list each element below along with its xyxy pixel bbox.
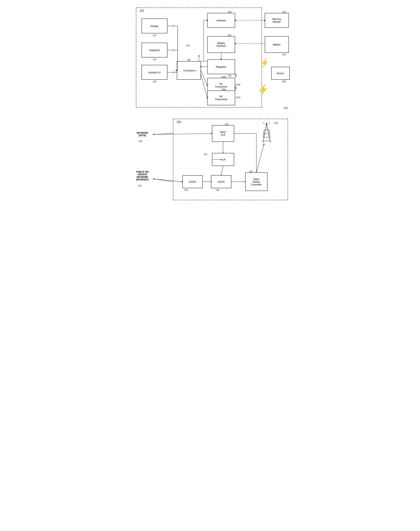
- regulator-box: Regulator: [207, 59, 235, 74]
- ggsn-ref: 128: [184, 189, 188, 191]
- auxiliary-ui-box: Auxiliary UI: [142, 65, 167, 80]
- sgsn-box: SGSN: [211, 175, 231, 188]
- display-box: Display: [142, 18, 167, 33]
- regulator-ref: 136: [228, 75, 231, 77]
- public-network-label: PUBLIC ORPRIVATENETWORK(INTERNET): [131, 171, 154, 181]
- base-station-controller-box: BaseStationController: [245, 172, 268, 191]
- rf-transceiver-b-ref-top: 108b: [221, 76, 226, 78]
- msc-vlr-box: MSC/VLR: [212, 125, 234, 142]
- auxiliary-ui-ref: 116: [153, 80, 156, 83]
- network-pstn-ref: 150: [139, 140, 142, 142]
- svg-line-56: [154, 134, 173, 134]
- lightning-bolt-device: ⚡: [259, 58, 270, 68]
- ggsn-box: GGSN: [182, 175, 203, 188]
- public-network-ref: 152: [138, 185, 142, 187]
- hlr-ref: 124: [204, 153, 207, 156]
- device-ref-label: 102: [140, 9, 144, 12]
- lightning-bolt-rf: ⚡: [256, 83, 270, 96]
- bus-ref: 144: [186, 44, 190, 47]
- top-section: 100 102 Display 112 Keyboard 114 Auxilia…: [130, 4, 290, 111]
- device-ref: 190: [282, 80, 286, 83]
- base-station-controller-ref: 120: [249, 170, 253, 173]
- msc-vlr-ref: 122: [225, 123, 229, 125]
- controller-box: Controller: [177, 61, 201, 80]
- controller-ref: 106: [187, 59, 191, 61]
- keyboard-box: Keyboard: [142, 43, 167, 58]
- battery-ref: 134: [282, 53, 286, 56]
- v-label: V: [194, 70, 196, 72]
- bottom-section: 104 NETWORK(PSTN) 150 PUBLIC ORPRIVATENE…: [130, 117, 290, 202]
- sgsn-ref: 126: [216, 189, 219, 191]
- keyboard-ref: 114: [153, 58, 156, 61]
- rf-transceiver-b-ref-side: 110b: [236, 83, 240, 86]
- tower-ref: 118: [274, 122, 278, 124]
- battery-box: Battery: [265, 36, 289, 53]
- battery-interface-box: BatteryInterface: [207, 36, 235, 53]
- ref-100: 100: [284, 107, 288, 109]
- rf-transceiver-a-ref-side: 110a: [236, 96, 240, 99]
- hlr-box: HLR: [212, 153, 234, 166]
- interface-ref: 138: [228, 11, 231, 13]
- cell-tower: [259, 122, 274, 145]
- battery-interface-ref: 132: [228, 34, 231, 36]
- rf-transceiver-a-ref-top: 108a: [221, 88, 226, 91]
- interface-box: Interface: [207, 13, 235, 28]
- diagram-container: 100 102 Display 112 Keyboard 114 Auxilia…: [130, 4, 290, 202]
- network-ref-label: 104: [177, 120, 181, 123]
- device-box: Device: [271, 67, 290, 80]
- rf-transceiver-a-box: RFTransceiver: [207, 91, 235, 105]
- network-pstn-label: NETWORK(PSTN): [132, 132, 153, 137]
- memory-module-box: MemoryModule: [265, 13, 289, 28]
- display-ref: 112: [153, 34, 156, 36]
- memory-module-ref: 130: [282, 11, 286, 13]
- svg-line-71: [154, 179, 173, 182]
- svg-marker-57: [153, 134, 154, 135]
